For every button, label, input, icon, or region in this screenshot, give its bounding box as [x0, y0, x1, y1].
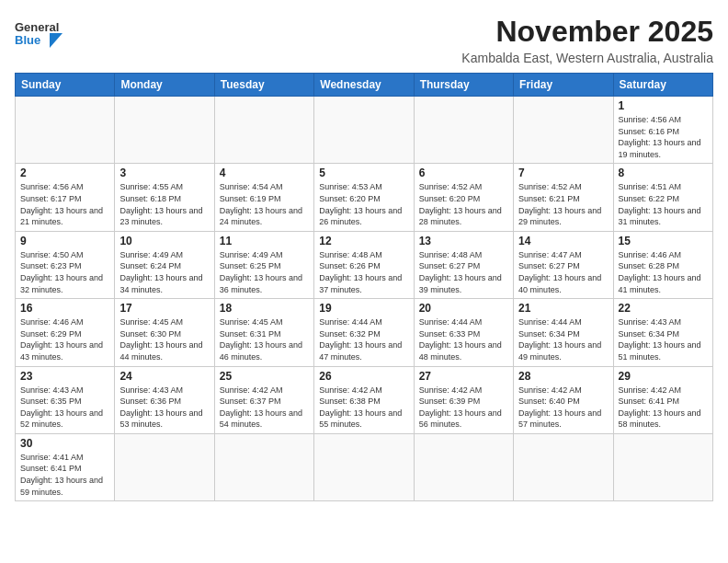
calendar-day: 24Sunrise: 4:43 AM Sunset: 6:36 PM Dayli… [115, 366, 214, 433]
calendar-day: 25Sunrise: 4:42 AM Sunset: 6:37 PM Dayli… [214, 366, 313, 433]
day-header-monday: Monday [115, 74, 214, 97]
day-info: Sunrise: 4:46 AM Sunset: 6:29 PM Dayligh… [20, 316, 109, 362]
calendar-day: 5Sunrise: 4:53 AM Sunset: 6:20 PM Daylig… [314, 164, 414, 231]
day-number: 26 [319, 370, 408, 383]
calendar-day [214, 97, 313, 164]
day-info: Sunrise: 4:50 AM Sunset: 6:23 PM Dayligh… [20, 249, 109, 295]
day-info: Sunrise: 4:43 AM Sunset: 6:35 PM Dayligh… [20, 385, 109, 431]
day-info: Sunrise: 4:48 AM Sunset: 6:26 PM Dayligh… [319, 249, 408, 295]
calendar-day: 20Sunrise: 4:44 AM Sunset: 6:33 PM Dayli… [414, 299, 513, 366]
day-info: Sunrise: 4:52 AM Sunset: 6:21 PM Dayligh… [518, 181, 608, 227]
day-header-saturday: Saturday [613, 74, 712, 97]
calendar-day: 28Sunrise: 4:42 AM Sunset: 6:40 PM Dayli… [514, 366, 613, 433]
calendar-day: 29Sunrise: 4:42 AM Sunset: 6:41 PM Dayli… [613, 366, 712, 433]
calendar-day [115, 97, 214, 164]
day-info: Sunrise: 4:54 AM Sunset: 6:19 PM Dayligh… [220, 181, 309, 227]
day-info: Sunrise: 4:46 AM Sunset: 6:28 PM Dayligh… [619, 249, 708, 295]
calendar-day: 6Sunrise: 4:52 AM Sunset: 6:20 PM Daylig… [414, 164, 513, 231]
day-info: Sunrise: 4:43 AM Sunset: 6:34 PM Dayligh… [619, 316, 708, 362]
day-info: Sunrise: 4:42 AM Sunset: 6:40 PM Dayligh… [518, 385, 608, 431]
day-number: 10 [119, 235, 209, 247]
day-info: Sunrise: 4:41 AM Sunset: 6:41 PM Dayligh… [20, 452, 109, 498]
day-number: 22 [619, 302, 708, 315]
calendar-day: 2Sunrise: 4:56 AM Sunset: 6:17 PM Daylig… [16, 164, 115, 231]
day-info: Sunrise: 4:47 AM Sunset: 6:27 PM Dayligh… [518, 249, 608, 295]
calendar-day: 16Sunrise: 4:46 AM Sunset: 6:29 PM Dayli… [16, 299, 115, 366]
day-info: Sunrise: 4:56 AM Sunset: 6:17 PM Dayligh… [20, 181, 109, 227]
calendar-day: 3Sunrise: 4:55 AM Sunset: 6:18 PM Daylig… [115, 164, 214, 231]
calendar-week-3: 16Sunrise: 4:46 AM Sunset: 6:29 PM Dayli… [16, 299, 713, 366]
day-number: 23 [20, 370, 109, 383]
svg-text:General: General [15, 20, 59, 34]
day-header-sunday: Sunday [16, 74, 115, 97]
day-info: Sunrise: 4:42 AM Sunset: 6:41 PM Dayligh… [619, 385, 708, 431]
calendar-day [414, 433, 513, 500]
day-number: 19 [319, 302, 408, 315]
calendar-day [314, 433, 414, 500]
calendar-week-4: 23Sunrise: 4:43 AM Sunset: 6:35 PM Dayli… [16, 366, 713, 433]
day-header-tuesday: Tuesday [214, 74, 313, 97]
day-number: 5 [319, 167, 408, 179]
calendar-header-row: SundayMondayTuesdayWednesdayThursdayFrid… [16, 74, 713, 97]
day-header-wednesday: Wednesday [314, 74, 414, 97]
calendar-day [514, 433, 613, 500]
calendar-day: 15Sunrise: 4:46 AM Sunset: 6:28 PM Dayli… [613, 231, 712, 298]
calendar-day: 10Sunrise: 4:49 AM Sunset: 6:24 PM Dayli… [115, 231, 214, 298]
calendar-week-0: 1Sunrise: 4:56 AM Sunset: 6:16 PM Daylig… [16, 97, 713, 164]
day-info: Sunrise: 4:42 AM Sunset: 6:38 PM Dayligh… [319, 385, 408, 431]
day-number: 9 [20, 235, 109, 247]
calendar-day: 4Sunrise: 4:54 AM Sunset: 6:19 PM Daylig… [214, 164, 313, 231]
svg-marker-2 [50, 33, 63, 48]
logo: General Blue [15, 15, 63, 55]
day-number: 7 [518, 167, 608, 179]
calendar-day [214, 433, 313, 500]
location-title: Kambalda East, Western Australia, Austra… [461, 51, 713, 65]
day-info: Sunrise: 4:43 AM Sunset: 6:36 PM Dayligh… [119, 385, 209, 431]
day-number: 17 [119, 302, 209, 315]
calendar-table: SundayMondayTuesdayWednesdayThursdayFrid… [15, 73, 713, 501]
calendar-day [613, 433, 712, 500]
calendar-day: 9Sunrise: 4:50 AM Sunset: 6:23 PM Daylig… [16, 231, 115, 298]
calendar-day: 26Sunrise: 4:42 AM Sunset: 6:38 PM Dayli… [314, 366, 414, 433]
month-title: November 2025 [461, 15, 713, 49]
calendar-day: 30Sunrise: 4:41 AM Sunset: 6:41 PM Dayli… [16, 433, 115, 500]
calendar-day: 12Sunrise: 4:48 AM Sunset: 6:26 PM Dayli… [314, 231, 414, 298]
day-number: 18 [220, 302, 309, 315]
day-info: Sunrise: 4:45 AM Sunset: 6:30 PM Dayligh… [119, 316, 209, 362]
calendar-week-5: 30Sunrise: 4:41 AM Sunset: 6:41 PM Dayli… [16, 433, 713, 500]
day-info: Sunrise: 4:44 AM Sunset: 6:34 PM Dayligh… [518, 316, 608, 362]
day-number: 30 [20, 437, 109, 450]
day-number: 25 [220, 370, 309, 383]
calendar-day [314, 97, 414, 164]
day-info: Sunrise: 4:51 AM Sunset: 6:22 PM Dayligh… [619, 181, 708, 227]
day-number: 16 [20, 302, 109, 315]
calendar-day: 21Sunrise: 4:44 AM Sunset: 6:34 PM Dayli… [514, 299, 613, 366]
day-number: 3 [119, 167, 209, 179]
page-header: General Blue November 2025 Kambalda East… [15, 15, 713, 65]
day-number: 27 [419, 370, 508, 383]
day-info: Sunrise: 4:53 AM Sunset: 6:20 PM Dayligh… [319, 181, 408, 227]
day-info: Sunrise: 4:44 AM Sunset: 6:33 PM Dayligh… [419, 316, 508, 362]
calendar-day [514, 97, 613, 164]
day-number: 21 [518, 302, 608, 315]
title-section: November 2025 Kambalda East, Western Aus… [461, 15, 713, 65]
day-info: Sunrise: 4:49 AM Sunset: 6:24 PM Dayligh… [119, 249, 209, 295]
day-info: Sunrise: 4:55 AM Sunset: 6:18 PM Dayligh… [119, 181, 209, 227]
calendar-day: 23Sunrise: 4:43 AM Sunset: 6:35 PM Dayli… [16, 366, 115, 433]
logo-icon: General Blue [15, 15, 63, 55]
day-info: Sunrise: 4:56 AM Sunset: 6:16 PM Dayligh… [619, 114, 708, 160]
calendar-day [115, 433, 214, 500]
day-number: 6 [419, 167, 508, 179]
day-header-friday: Friday [514, 74, 613, 97]
day-info: Sunrise: 4:45 AM Sunset: 6:31 PM Dayligh… [220, 316, 309, 362]
calendar-day: 1Sunrise: 4:56 AM Sunset: 6:16 PM Daylig… [613, 97, 712, 164]
calendar-day: 13Sunrise: 4:48 AM Sunset: 6:27 PM Dayli… [414, 231, 513, 298]
day-number: 8 [619, 167, 708, 179]
day-info: Sunrise: 4:42 AM Sunset: 6:39 PM Dayligh… [419, 385, 508, 431]
calendar-day [414, 97, 513, 164]
day-info: Sunrise: 4:49 AM Sunset: 6:25 PM Dayligh… [220, 249, 309, 295]
svg-text:Blue: Blue [15, 33, 40, 47]
day-info: Sunrise: 4:44 AM Sunset: 6:32 PM Dayligh… [319, 316, 408, 362]
calendar-week-2: 9Sunrise: 4:50 AM Sunset: 6:23 PM Daylig… [16, 231, 713, 298]
calendar-day: 18Sunrise: 4:45 AM Sunset: 6:31 PM Dayli… [214, 299, 313, 366]
